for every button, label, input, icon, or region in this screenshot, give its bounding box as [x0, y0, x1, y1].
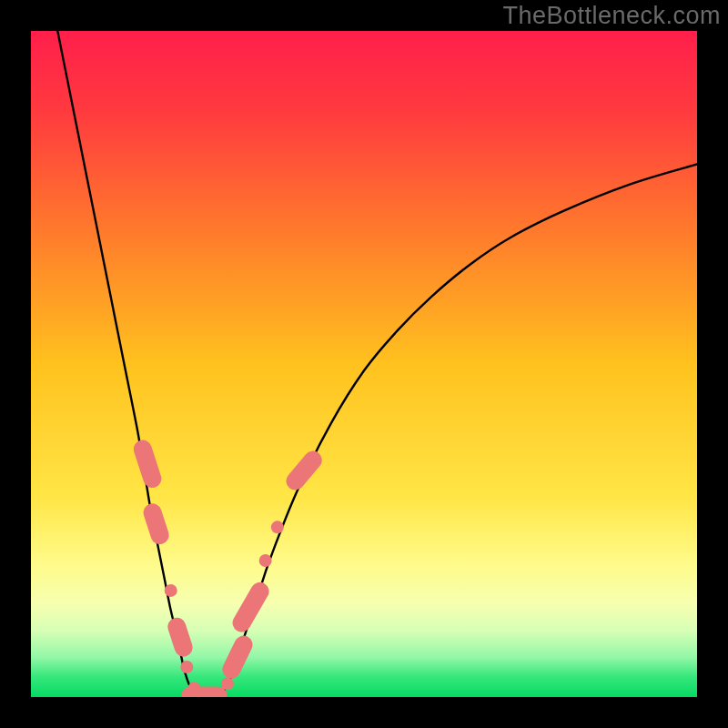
marker-dot — [259, 554, 272, 567]
marker-dot — [271, 521, 284, 533]
marker-dot — [180, 661, 193, 673]
marker-dot — [221, 677, 234, 690]
bottleneck-curve — [57, 31, 697, 697]
marker-pill — [295, 460, 312, 481]
marker-pill — [242, 592, 260, 623]
marker-pill — [153, 512, 160, 535]
outer-frame: TheBottleneck.com — [0, 0, 728, 728]
marker-pill — [231, 645, 243, 670]
marker-dot — [165, 584, 177, 597]
bottleneck-chart — [31, 31, 697, 697]
marker-group — [143, 450, 313, 697]
marker-pill — [143, 450, 153, 479]
plot-area — [31, 31, 697, 697]
watermark-text: TheBottleneck.com — [502, 2, 721, 30]
marker-pill — [177, 627, 183, 648]
